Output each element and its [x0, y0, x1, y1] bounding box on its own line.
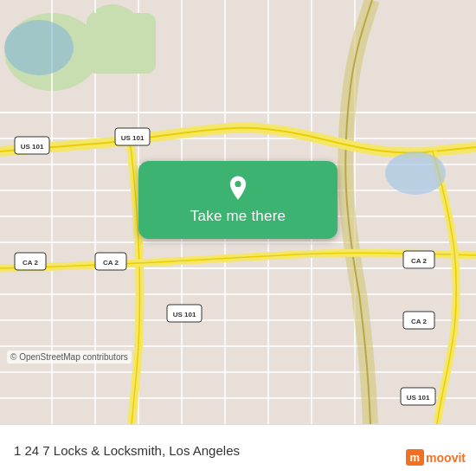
- moovit-text: moovit: [426, 451, 466, 465]
- place-name: 1 24 7 Locks & Locksmith, Los Angeles: [14, 443, 240, 458]
- svg-text:CA 2: CA 2: [23, 259, 38, 267]
- moovit-letter: m: [406, 449, 425, 466]
- map-container: US 101 US 101 US 101 US 101 CA 2 CA 2 CA…: [0, 0, 476, 424]
- map-copyright: © OpenStreetMap contributors: [7, 351, 132, 363]
- svg-point-23: [385, 151, 446, 195]
- svg-text:CA 2: CA 2: [411, 257, 427, 265]
- svg-text:CA 2: CA 2: [103, 259, 119, 267]
- svg-rect-25: [87, 13, 156, 74]
- moovit-logo: m moovit: [406, 449, 466, 466]
- take-me-there-button[interactable]: Take me there: [138, 161, 338, 239]
- svg-point-42: [235, 181, 241, 187]
- info-bar: 1 24 7 Locks & Locksmith, Los Angeles m …: [0, 424, 476, 476]
- svg-text:US 101: US 101: [21, 143, 44, 151]
- location-pin-icon: [224, 175, 252, 203]
- svg-text:US 101: US 101: [121, 134, 145, 142]
- svg-point-24: [4, 20, 74, 75]
- svg-text:US 101: US 101: [173, 311, 196, 318]
- svg-text:US 101: US 101: [407, 394, 430, 402]
- take-me-there-label: Take me there: [190, 208, 286, 225]
- svg-text:CA 2: CA 2: [411, 318, 427, 325]
